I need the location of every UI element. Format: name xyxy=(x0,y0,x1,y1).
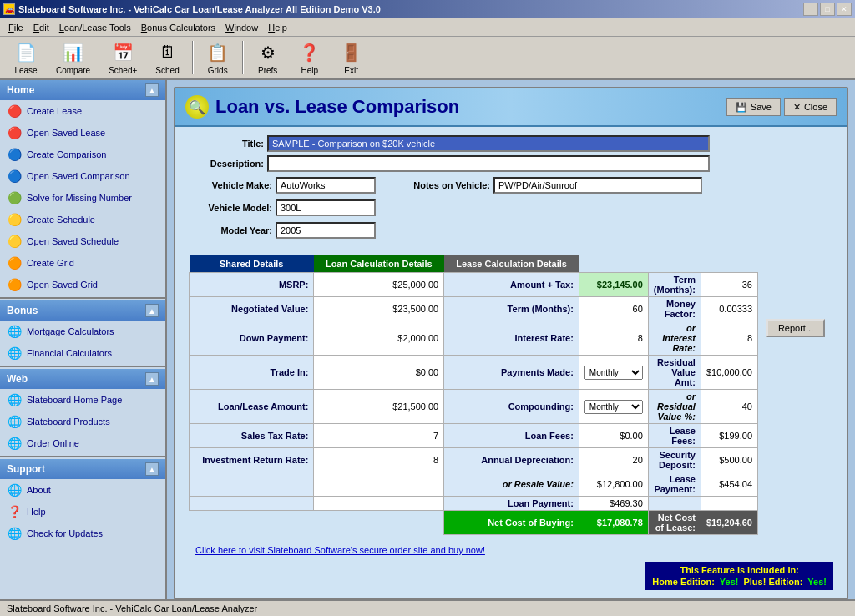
sidebar-item-create-grid[interactable]: 🟠 Create Grid xyxy=(0,252,165,274)
term-months-loan-value: 60 xyxy=(579,297,648,321)
sidebar-item-create-lease[interactable]: 🔴 Create Lease xyxy=(0,100,165,122)
sidebar-support-title: Support xyxy=(7,463,45,475)
sidebar-web-header[interactable]: Web ▲ xyxy=(0,369,165,389)
sidebar-item-open-saved-schedule[interactable]: 🟡 Open Saved Schedule xyxy=(0,230,165,252)
plus-edition-label: Plus! Edition: xyxy=(743,577,802,587)
save-label: Save xyxy=(751,102,772,112)
toolbar-prefs-button[interactable]: ⚙ Prefs xyxy=(249,38,287,78)
sidebar-item-financial[interactable]: 🌐 Financial Calculators xyxy=(0,342,165,364)
loan-payment-value: $469.30 xyxy=(579,497,648,511)
security-deposit-value: $500.00 xyxy=(701,448,757,472)
sidebar-bonus-toggle[interactable]: ▲ xyxy=(145,304,159,317)
sched-icon: 🗓 xyxy=(156,41,180,64)
sidebar-support-header[interactable]: Support ▲ xyxy=(0,459,165,479)
residual-value-amt-value: $10,000.00 xyxy=(701,356,757,390)
money-factor-value: 0.00333 xyxy=(701,297,757,321)
click-link[interactable]: Click here to visit Slateboard Software'… xyxy=(189,542,833,558)
sidebar-create-schedule-label: Create Schedule xyxy=(27,215,95,225)
app-icon: 🚗 xyxy=(3,3,15,15)
sidebar-item-mortgage[interactable]: 🌐 Mortgage Calculators xyxy=(0,321,165,342)
sidebar-create-grid-label: Create Grid xyxy=(27,258,74,268)
or-residual-pct-value: 40 xyxy=(701,390,757,424)
sidebar-item-create-schedule[interactable]: 🟡 Create Schedule xyxy=(0,209,165,230)
main-layout: Home ▲ 🔴 Create Lease 🔴 Open Saved Lease… xyxy=(0,80,855,599)
payments-made-value: Monthly xyxy=(579,356,648,390)
sidebar-item-open-saved-lease[interactable]: 🔴 Open Saved Lease xyxy=(0,122,165,144)
close-button[interactable]: ✕ Close xyxy=(784,98,837,116)
notes-input[interactable] xyxy=(493,177,702,194)
report-button[interactable]: Report... xyxy=(766,319,825,337)
sidebar-item-open-saved-comparison[interactable]: 🔵 Open Saved Comparison xyxy=(0,165,165,187)
toolbar-sched-button[interactable]: 🗓 Sched xyxy=(148,38,186,78)
menu-help[interactable]: Help xyxy=(263,21,292,34)
panel-title-text: Loan vs. Lease Comparison xyxy=(215,96,459,118)
empty-shared-value2 xyxy=(314,497,444,511)
close-x-icon: ✕ xyxy=(793,102,801,113)
description-input[interactable] xyxy=(267,155,710,172)
toolbar-compare-label: Compare xyxy=(56,66,90,75)
sidebar-web-title: Web xyxy=(7,373,28,385)
toolbar-lease-button[interactable]: 📄 Lease xyxy=(7,38,45,78)
sidebar-item-open-saved-grid[interactable]: 🟠 Open Saved Grid xyxy=(0,274,165,295)
sidebar-item-check-updates[interactable]: 🌐 Check for Updates xyxy=(0,523,165,544)
toolbar-help-button[interactable]: ❓ Help xyxy=(291,38,329,78)
table-row: Sales Tax Rate: 7 Loan Fees: $0.00 Lease… xyxy=(190,424,758,448)
menu-window[interactable]: Window xyxy=(220,21,263,34)
slateboard-products-icon: 🌐 xyxy=(7,414,22,429)
net-cost-row: Net Cost of Buying: $17,080.78 Net Cost … xyxy=(190,511,758,535)
toolbar-grids-button[interactable]: 📋 Grids xyxy=(199,38,237,78)
sidebar-bonus-header[interactable]: Bonus ▲ xyxy=(0,300,165,321)
sidebar-item-help[interactable]: ❓ Help xyxy=(0,501,165,523)
compounding-select[interactable]: Monthly xyxy=(584,400,643,414)
sidebar-item-about[interactable]: 🌐 About xyxy=(0,479,165,501)
save-button[interactable]: 💾 Save xyxy=(726,98,781,116)
open-schedule-icon: 🟡 xyxy=(7,234,22,249)
menu-bonus[interactable]: Bonus Calculators xyxy=(136,21,220,34)
sidebar-home-toggle[interactable]: ▲ xyxy=(145,83,159,97)
table-row: Loan Payment: $469.30 xyxy=(190,497,758,511)
sidebar-item-order-online[interactable]: 🌐 Order Online xyxy=(0,432,165,454)
mortgage-icon: 🌐 xyxy=(7,324,22,339)
msrp-label: MSRP: xyxy=(190,273,314,297)
model-input[interactable] xyxy=(276,199,376,216)
year-input[interactable] xyxy=(276,222,376,239)
toolbar-separator2 xyxy=(242,41,244,74)
menu-loan-lease[interactable]: Loan/Lease Tools xyxy=(54,21,136,34)
financial-icon: 🌐 xyxy=(7,346,22,361)
or-interest-rate-value: 8 xyxy=(701,321,757,356)
sidebar-item-solve-missing[interactable]: 🟢 Solve for Missing Number xyxy=(0,187,165,209)
interest-rate-value: 8 xyxy=(579,321,648,356)
minimize-button[interactable]: _ xyxy=(803,3,818,16)
lease-payment-label: Lease Payment: xyxy=(648,472,701,497)
title-input[interactable] xyxy=(267,135,710,152)
payments-made-select[interactable]: Monthly xyxy=(584,366,643,380)
close-window-button[interactable]: ✕ xyxy=(837,3,852,16)
sidebar-item-create-comparison[interactable]: 🔵 Create Comparison xyxy=(0,144,165,165)
down-payment-label: Down Payment: xyxy=(190,321,314,356)
menu-bar: File Edit Loan/Lease Tools Bonus Calcula… xyxy=(0,18,855,37)
lease-payment-value: $454.04 xyxy=(701,472,757,497)
menu-edit[interactable]: Edit xyxy=(28,21,54,34)
help-icon: ❓ xyxy=(298,41,321,64)
sidebar-section-home: Home ▲ 🔴 Create Lease 🔴 Open Saved Lease… xyxy=(0,80,165,295)
or-residual-pct-label: or Residual Value %: xyxy=(648,390,701,424)
shared-header: Shared Details xyxy=(190,255,314,273)
menu-file[interactable]: File xyxy=(3,21,28,34)
toolbar-exit-button[interactable]: 🚪 Exit xyxy=(332,38,371,78)
security-deposit-label: Security Deposit: xyxy=(648,448,701,472)
sidebar-support-toggle[interactable]: ▲ xyxy=(145,462,159,476)
table-row: Investment Return Rate: 8 Annual Depreci… xyxy=(190,448,758,472)
sidebar-item-slateboard-home[interactable]: 🌐 Slateboard Home Page xyxy=(0,389,165,411)
make-row: Vehicle Make: xyxy=(189,177,376,194)
sidebar-home-header[interactable]: Home ▲ xyxy=(0,80,165,100)
sidebar-web-toggle[interactable]: ▲ xyxy=(145,372,159,386)
year-row: Model Year: xyxy=(189,222,376,239)
toolbar-schedplus-button[interactable]: 📅 Sched+ xyxy=(101,38,144,78)
maximize-button[interactable]: □ xyxy=(820,3,835,16)
solve-missing-icon: 🟢 xyxy=(7,190,22,205)
make-input[interactable] xyxy=(276,177,376,194)
toolbar-separator xyxy=(192,41,194,74)
toolbar-compare-button[interactable]: 📊 Compare xyxy=(48,38,98,78)
sidebar-item-slateboard-products[interactable]: 🌐 Slateboard Products xyxy=(0,411,165,432)
trade-in-value: $0.00 xyxy=(314,356,444,390)
